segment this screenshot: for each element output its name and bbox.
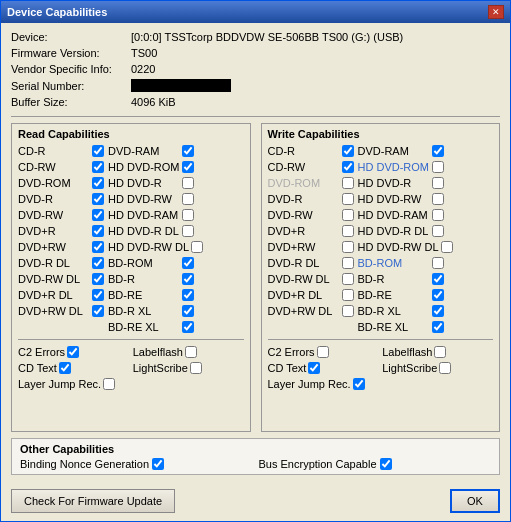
cap-check-write-c1-5[interactable]: [342, 225, 354, 237]
cap-item-write-c2-10: BD-R XL: [358, 303, 453, 319]
cap-check-write-c1-1[interactable]: [342, 161, 354, 173]
cap-item-read-c1-8: DVD-RW DL: [18, 271, 104, 287]
cap-check-read-c1-3[interactable]: [92, 193, 104, 205]
write-col2-items: DVD-RAMHD DVD-ROMHD DVD-RHD DVD-RWHD DVD…: [358, 143, 453, 335]
cap-check-read-c1-10[interactable]: [92, 305, 104, 317]
cap-label-write-c2-0: DVD-RAM: [358, 145, 430, 157]
cap-check-write-c1-2[interactable]: [342, 177, 354, 189]
cap-check-read-c1-0[interactable]: [92, 145, 104, 157]
cap-check-read-c2-2[interactable]: [182, 177, 194, 189]
cap-check-read-c1-9[interactable]: [92, 289, 104, 301]
buffer-value: 4096 KiB: [131, 96, 176, 108]
cap-item-write-c2-8: BD-R: [358, 271, 453, 287]
device-label: Device:: [11, 31, 131, 43]
write-col2: DVD-RAMHD DVD-ROMHD DVD-RHD DVD-RWHD DVD…: [358, 143, 453, 335]
cap-check-write-c1-10[interactable]: [342, 305, 354, 317]
cap-item-write-c1-0: CD-R: [268, 143, 354, 159]
cap-label-read-c1-3: DVD-R: [18, 193, 90, 205]
cap-label-write-c2-5: HD DVD-R DL: [358, 225, 430, 237]
extra-check-we-c1-1[interactable]: [308, 362, 320, 374]
cap-check-write-c2-9[interactable]: [432, 289, 444, 301]
cap-check-read-c2-1[interactable]: [182, 161, 194, 173]
cap-check-write-c1-6[interactable]: [342, 241, 354, 253]
cap-item-read-c2-0: DVD-RAM: [108, 143, 203, 159]
cap-label-write-c1-5: DVD+R: [268, 225, 340, 237]
cap-check-write-c1-3[interactable]: [342, 193, 354, 205]
cap-check-read-c1-8[interactable]: [92, 273, 104, 285]
extra-check-re-c2-0[interactable]: [185, 346, 197, 358]
cap-item-read-c2-1: HD DVD-ROM: [108, 159, 203, 175]
cap-check-write-c1-8[interactable]: [342, 273, 354, 285]
cap-check-read-c1-7[interactable]: [92, 257, 104, 269]
cap-check-write-c2-2[interactable]: [432, 177, 444, 189]
cap-label-write-c1-1: CD-RW: [268, 161, 340, 173]
extra-check-re-c1-1[interactable]: [59, 362, 71, 374]
cap-check-read-c2-8[interactable]: [182, 273, 194, 285]
cap-check-write-c2-11[interactable]: [432, 321, 444, 333]
extra-check-we-c1-2[interactable]: [353, 378, 365, 390]
other-cap-label-0: Binding Nonce Generation: [20, 458, 149, 470]
cap-check-write-c2-5[interactable]: [432, 225, 444, 237]
extra-check-re-c1-0[interactable]: [67, 346, 79, 358]
cap-check-read-c2-5[interactable]: [182, 225, 194, 237]
other-cap-check-0[interactable]: [152, 458, 164, 470]
extra-check-we-c2-1[interactable]: [439, 362, 451, 374]
extra-label-we-c1-2: Layer Jump Rec.: [268, 378, 351, 390]
cap-check-write-c2-6[interactable]: [441, 241, 453, 253]
cap-check-read-c2-11[interactable]: [182, 321, 194, 333]
cap-label-write-c1-2: DVD-ROM: [268, 177, 340, 189]
cap-item-read-c2-11: BD-RE XL: [108, 319, 203, 335]
cap-label-write-c2-2: HD DVD-R: [358, 177, 430, 189]
cap-check-read-c1-4[interactable]: [92, 209, 104, 221]
other-cap-item-0: Binding Nonce Generation: [20, 458, 253, 470]
cap-check-write-c1-0[interactable]: [342, 145, 354, 157]
cap-check-write-c1-9[interactable]: [342, 289, 354, 301]
cap-check-read-c2-0[interactable]: [182, 145, 194, 157]
cap-item-read-c1-7: DVD-R DL: [18, 255, 104, 271]
cap-check-write-c2-10[interactable]: [432, 305, 444, 317]
cap-check-read-c2-9[interactable]: [182, 289, 194, 301]
cap-check-read-c2-6[interactable]: [191, 241, 203, 253]
cap-check-write-c2-8[interactable]: [432, 273, 444, 285]
extra-check-re-c1-2[interactable]: [103, 378, 115, 390]
cap-check-write-c1-4[interactable]: [342, 209, 354, 221]
cap-item-write-c1-10: DVD+RW DL: [268, 303, 354, 319]
cap-label-write-c1-9: DVD+R DL: [268, 289, 340, 301]
cap-item-write-c2-5: HD DVD-R DL: [358, 223, 453, 239]
cap-check-write-c2-4[interactable]: [432, 209, 444, 221]
cap-label-write-c1-3: DVD-R: [268, 193, 340, 205]
cap-check-read-c1-6[interactable]: [92, 241, 104, 253]
cap-item-read-c1-10: DVD+RW DL: [18, 303, 104, 319]
cap-item-write-c2-1: HD DVD-ROM: [358, 159, 453, 175]
extra-check-we-c1-0[interactable]: [317, 346, 329, 358]
cap-check-read-c1-2[interactable]: [92, 177, 104, 189]
extra-check-re-c2-1[interactable]: [190, 362, 202, 374]
other-cap-check-1[interactable]: [380, 458, 392, 470]
cap-check-read-c2-7[interactable]: [182, 257, 194, 269]
cap-check-read-c2-4[interactable]: [182, 209, 194, 221]
cap-item-write-c1-4: DVD-RW: [268, 207, 354, 223]
cap-item-read-c2-2: HD DVD-R: [108, 175, 203, 191]
cap-check-write-c1-7[interactable]: [342, 257, 354, 269]
extra-check-we-c2-0[interactable]: [434, 346, 446, 358]
cap-check-read-c2-3[interactable]: [182, 193, 194, 205]
cap-check-write-c2-0[interactable]: [432, 145, 444, 157]
cap-check-read-c1-1[interactable]: [92, 161, 104, 173]
extra-label-we-c2-0: Labelflash: [382, 346, 432, 358]
cap-label-write-c2-10: BD-R XL: [358, 305, 430, 317]
cap-label-read-c2-1: HD DVD-ROM: [108, 161, 180, 173]
cap-label-read-c2-0: DVD-RAM: [108, 145, 180, 157]
check-firmware-button[interactable]: Check For Firmware Update: [11, 489, 175, 513]
cap-check-write-c2-1[interactable]: [432, 161, 444, 173]
device-capabilities-window: Device Capabilities ✕ Device: [0:0:0] TS…: [0, 0, 511, 522]
cap-check-read-c1-5[interactable]: [92, 225, 104, 237]
close-button[interactable]: ✕: [488, 5, 504, 19]
cap-label-read-c2-6: HD DVD-RW DL: [108, 241, 189, 253]
ok-button[interactable]: OK: [450, 489, 500, 513]
cap-label-read-c1-2: DVD-ROM: [18, 177, 90, 189]
cap-label-read-c1-10: DVD+RW DL: [18, 305, 90, 317]
cap-check-write-c2-3[interactable]: [432, 193, 444, 205]
cap-item-write-c1-3: DVD-R: [268, 191, 354, 207]
cap-check-write-c2-7[interactable]: [432, 257, 444, 269]
cap-check-read-c2-10[interactable]: [182, 305, 194, 317]
